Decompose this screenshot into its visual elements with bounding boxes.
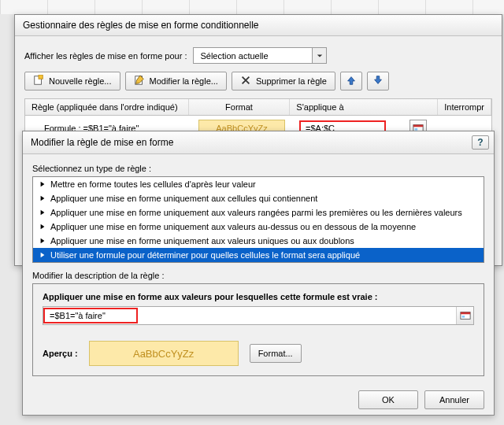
rule-type-item[interactable]: Appliquer une mise en forme uniquement a… [33, 205, 484, 220]
help-icon: ? [477, 137, 483, 148]
svg-rect-7 [460, 312, 469, 315]
rule-type-item[interactable]: Appliquer une mise en forme uniquement a… [33, 234, 484, 248]
scope-dropdown[interactable]: Sélection actuelle [193, 47, 327, 64]
new-rule-icon [33, 75, 44, 87]
ok-label: OK [382, 395, 395, 405]
svg-rect-8 [461, 316, 465, 318]
formula-heading: Appliquer une mise en forme aux valeurs … [43, 292, 474, 301]
cancel-label: Annuler [439, 395, 469, 405]
cancel-button[interactable]: Annuler [424, 390, 484, 409]
delete-rule-label: Supprimer la règle [256, 76, 327, 86]
dialog-buttons: OK Annuler [23, 382, 494, 411]
rule-description-box: Appliquer une mise en forme aux valeurs … [32, 283, 484, 376]
arrow-down-icon [372, 75, 384, 87]
svg-rect-4 [413, 124, 423, 127]
edit-rule-icon [134, 75, 145, 87]
manager-title: Gestionnaire des règles de mise en forme… [23, 20, 259, 31]
rule-type-item[interactable]: Appliquer une mise en forme uniquement a… [33, 220, 484, 234]
col-applies-header: S'applique à [290, 99, 438, 115]
delete-rule-button[interactable]: Supprimer la règle [232, 72, 335, 91]
delete-icon [240, 75, 251, 87]
edit-rule-label: Modifier la règle... [150, 76, 218, 86]
col-stop-header: Interrompr [438, 99, 491, 115]
rule-type-label: Mettre en forme toutes les cellules d'ap… [50, 179, 256, 189]
rule-type-item[interactable]: Mettre en forme toutes les cellules d'ap… [33, 177, 484, 191]
range-selector-button[interactable] [456, 307, 473, 324]
rule-type-label: Utiliser une formule pour déterminer pou… [50, 250, 360, 260]
scope-value: Sélection actuelle [194, 50, 312, 62]
select-type-label: Sélectionnez un type de règle : [32, 164, 484, 173]
chevron-down-icon[interactable] [312, 48, 326, 63]
move-up-button[interactable] [340, 72, 362, 91]
rule-type-label: Appliquer une mise en forme uniquement a… [50, 208, 462, 217]
edit-rule-button[interactable]: Modifier la règle... [125, 72, 227, 91]
rule-type-item[interactable]: Appliquer une mise en forme uniquement a… [33, 191, 484, 205]
move-down-button[interactable] [367, 72, 389, 91]
edit-title: Modifier la règle de mise en forme [31, 137, 173, 148]
format-button[interactable]: Format... [250, 344, 302, 363]
new-rule-button[interactable]: Nouvelle règle... [24, 72, 120, 91]
rule-type-item-selected[interactable]: Utiliser une formule pour déterminer pou… [33, 248, 484, 262]
manager-toolbar: Nouvelle règle... Modifier la règle... S… [24, 72, 492, 91]
svg-rect-5 [415, 128, 418, 131]
rule-type-label: Appliquer une mise en forme uniquement a… [50, 222, 416, 231]
spreadsheet-background [0, 0, 504, 14]
manager-titlebar: Gestionnaire des règles de mise en forme… [15, 15, 502, 36]
rule-type-list: Mettre en forme toutes les cellules d'ap… [32, 176, 484, 263]
edit-titlebar: Modifier la règle de mise en forme ? [23, 131, 494, 154]
preview-label: Aperçu : [43, 349, 78, 358]
desc-label: Modifier la description de la règle : [32, 271, 484, 280]
help-button[interactable]: ? [472, 135, 489, 150]
show-rules-label: Afficher les règles de mise en forme pou… [24, 51, 187, 61]
col-rule-header: Règle (appliquée dans l'ordre indiqué) [25, 99, 189, 115]
formula-input[interactable] [43, 308, 138, 323]
rule-type-label: Appliquer une mise en forme uniquement a… [50, 236, 354, 246]
format-preview-large: AaBbCcYyZz [89, 341, 239, 366]
col-format-header: Format [189, 99, 291, 115]
svg-rect-1 [39, 75, 43, 79]
rule-type-label: Appliquer une mise en forme uniquement a… [50, 194, 317, 203]
format-button-label: Format... [258, 349, 293, 358]
new-rule-label: Nouvelle règle... [49, 76, 112, 86]
rules-grid-header: Règle (appliquée dans l'ordre indiqué) F… [24, 98, 492, 116]
ok-button[interactable]: OK [358, 390, 418, 409]
edit-rule-dialog: Modifier la règle de mise en forme ? Sél… [22, 131, 495, 416]
arrow-up-icon [346, 75, 357, 87]
